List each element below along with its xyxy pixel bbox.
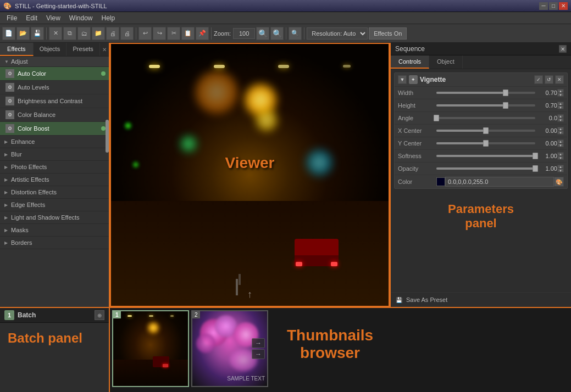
save-preset-button[interactable]: Save As Preset: [406, 296, 447, 303]
tab-controls[interactable]: Controls: [391, 55, 429, 69]
print-button[interactable]: 🖨: [106, 27, 119, 40]
save-button[interactable]: 💾: [31, 27, 44, 40]
spin-up[interactable]: ▲: [557, 102, 564, 105]
spin-up[interactable]: ▲: [557, 165, 564, 169]
params-footer: 💾 Save As Preset: [391, 292, 571, 307]
slider-thumb[interactable]: [483, 127, 489, 134]
list-item[interactable]: ⚙ Auto Levels: [0, 81, 109, 94]
category-photo-effects[interactable]: ▶ Photo Effects: [0, 161, 109, 173]
close-doc-button[interactable]: ✕: [49, 27, 62, 40]
tab-object[interactable]: Object: [429, 55, 463, 69]
slider-thumb[interactable]: [503, 89, 508, 96]
batch-number: 1: [4, 310, 14, 320]
slider-thumb[interactable]: [503, 102, 508, 109]
slider-thumb[interactable]: [533, 165, 538, 172]
redo-button[interactable]: ↪: [153, 27, 166, 40]
param-spinner: ▲ ▼: [557, 152, 564, 160]
copy2-button[interactable]: 📋: [181, 27, 195, 40]
spin-down[interactable]: ▼: [557, 143, 564, 147]
category-distortion-effects[interactable]: ▶ Distortion Effects: [0, 186, 109, 199]
menu-window[interactable]: Window: [65, 13, 97, 23]
param-slider[interactable]: [436, 139, 535, 148]
thumbnail-item[interactable]: 2 → → SAMPLE TEXT: [191, 310, 268, 387]
menu-file[interactable]: File: [2, 13, 21, 23]
category-enhance[interactable]: ▶ Enhance: [0, 136, 109, 148]
slider-thumb[interactable]: [483, 140, 489, 147]
spin-up[interactable]: ▲: [557, 127, 564, 131]
menubar: File Edit View Window Help: [0, 12, 571, 24]
spin-up[interactable]: ▲: [557, 152, 564, 156]
open-button[interactable]: 📂: [16, 27, 30, 40]
batch-add-button[interactable]: ⊕: [95, 310, 104, 320]
slider-thumb[interactable]: [533, 153, 538, 159]
paste-button[interactable]: 📌: [196, 27, 209, 40]
params-header-close[interactable]: ✕: [559, 45, 567, 53]
tab-presets[interactable]: Presets: [66, 43, 100, 56]
print2-button[interactable]: 🖨: [120, 27, 134, 40]
list-item[interactable]: ⚙ Brightness and Contrast: [0, 94, 109, 108]
category-masks[interactable]: ▶ Masks: [0, 224, 109, 237]
param-slider[interactable]: [436, 114, 535, 122]
effect-controls: ✓ ↺ ✕: [534, 75, 564, 84]
param-slider[interactable]: [436, 88, 535, 97]
slider-thumb[interactable]: [434, 115, 439, 121]
list-item[interactable]: ⚙ Auto Color: [0, 67, 109, 81]
list-item[interactable]: ⚙ Color Balance: [0, 108, 109, 122]
spin-down[interactable]: ▼: [557, 105, 564, 109]
resolution-select[interactable]: Resolution: Auto: [307, 27, 368, 40]
param-slider[interactable]: [436, 126, 535, 135]
thumbnail-item[interactable]: 1: [112, 310, 189, 387]
section-arrow: ▼: [4, 59, 9, 64]
category-borders[interactable]: ▶ Borders: [0, 237, 109, 249]
spin-down[interactable]: ▼: [557, 169, 564, 172]
spin-down[interactable]: ▼: [557, 93, 564, 97]
tab-objects[interactable]: Objects: [34, 43, 67, 56]
toolbox-close-button[interactable]: ✕: [100, 43, 109, 56]
spin-up[interactable]: ▲: [557, 114, 564, 118]
effect-expand-icon[interactable]: ▼: [398, 75, 407, 84]
maximize-button[interactable]: □: [549, 2, 558, 10]
category-light-shadow[interactable]: ▶ Light and Shadow Effects: [0, 211, 109, 224]
effect-reset-button[interactable]: ↺: [545, 75, 553, 84]
section-adjust[interactable]: ▼ Adjust: [0, 57, 109, 67]
spin-down[interactable]: ▼: [557, 156, 564, 160]
spin-up[interactable]: ▲: [557, 139, 564, 143]
close-button[interactable]: ✕: [559, 2, 568, 10]
category-blur[interactable]: ▶ Blur: [0, 148, 109, 161]
zoom-input[interactable]: [233, 28, 255, 39]
color-picker-button[interactable]: 🎨: [554, 177, 564, 187]
open3-button[interactable]: 📁: [92, 27, 105, 40]
effect-remove-button[interactable]: ✕: [555, 75, 564, 84]
new-button[interactable]: 📄: [2, 27, 15, 40]
open2-button[interactable]: 🗂: [77, 27, 91, 40]
menu-help[interactable]: Help: [97, 13, 120, 23]
cut-button[interactable]: ✂: [167, 27, 180, 40]
wall-light-green: [125, 122, 131, 129]
param-slider[interactable]: [436, 101, 535, 110]
copy-button[interactable]: ⧉: [63, 27, 76, 40]
effects-on-button[interactable]: Effects On: [369, 27, 407, 40]
param-slider[interactable]: [436, 152, 535, 160]
spin-down[interactable]: ▼: [557, 118, 564, 122]
minimize-button[interactable]: ─: [539, 2, 548, 10]
item-icon: ⚙: [5, 110, 14, 119]
bottom-area: 1 Batch ⊕ Batch panel: [0, 307, 571, 392]
spin-up[interactable]: ▲: [557, 89, 564, 93]
list-item[interactable]: ⚙ Color Boost: [0, 122, 109, 136]
effect-enable-checkbox[interactable]: ✓: [534, 75, 543, 84]
color-swatch[interactable]: [436, 177, 445, 186]
zoom-out-button[interactable]: 🔍: [256, 27, 269, 40]
undo-button[interactable]: ↩: [138, 27, 152, 40]
search-button[interactable]: 🔍: [289, 27, 302, 40]
color-value-input[interactable]: [445, 177, 554, 187]
scrollbar-indicator[interactable]: [106, 120, 109, 153]
zoom-in-button[interactable]: 🔍: [270, 27, 284, 40]
cat-arrow: ▶: [4, 177, 8, 182]
spin-down[interactable]: ▼: [557, 131, 564, 135]
menu-view[interactable]: View: [42, 13, 65, 23]
param-slider[interactable]: [436, 164, 535, 173]
tab-effects[interactable]: Effects: [0, 43, 34, 56]
menu-edit[interactable]: Edit: [21, 13, 42, 23]
category-artistic-effects[interactable]: ▶ Artistic Effects: [0, 173, 109, 186]
category-edge-effects[interactable]: ▶ Edge Effects: [0, 199, 109, 211]
